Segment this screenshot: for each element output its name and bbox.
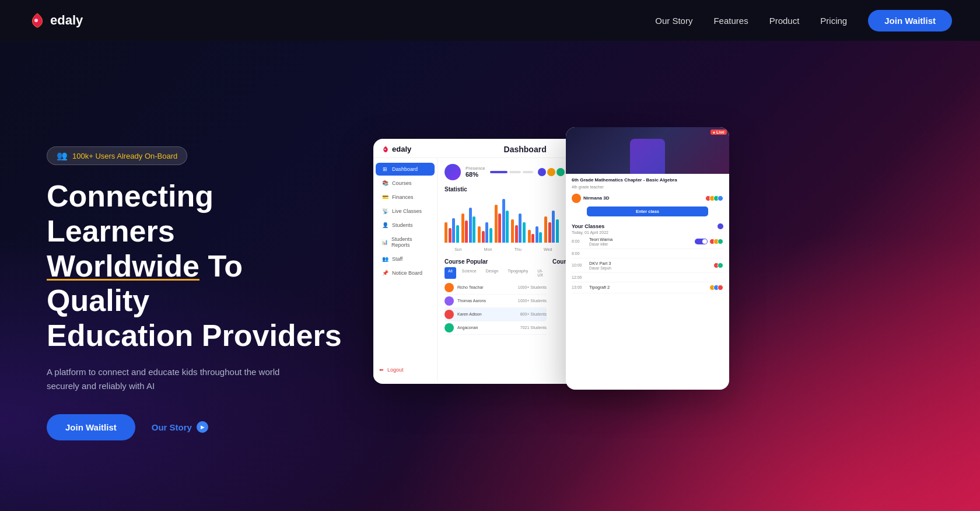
live-badge: ● Live [710, 130, 727, 135]
avatar-3 [556, 168, 565, 176]
badge-icon: 👥 [57, 150, 68, 161]
bar [519, 214, 522, 243]
your-classes-title: Your Classes [572, 223, 604, 229]
sidebar-item-students-reports[interactable]: 📊 Students Reports [376, 233, 435, 251]
presence-percent: 68% [466, 171, 485, 178]
sidebar-item-students[interactable]: 👤 Students [376, 219, 435, 232]
nav-features[interactable]: Features [713, 16, 748, 26]
hero-highlight-word: Worldwide [47, 249, 200, 283]
class-info: Tipografi 2 [589, 285, 708, 290]
sidebar-item-dashboard[interactable]: ⊞ Dashboard [376, 163, 435, 176]
hero-title: Connecting Learners Worldwide To Quality… [47, 179, 350, 354]
dashboard-sidebar: ⊞ Dashboard 📚 Courses 💳 Finances 📡 [373, 158, 438, 381]
presence-chart [444, 164, 461, 180]
class-time: 12:00 [572, 275, 586, 279]
bar [502, 199, 505, 243]
navbar: edaly Our Story Features Product Pricing… [0, 0, 980, 41]
your-classes-date: Today, 01 April 2022 [572, 230, 723, 235]
list-item: Karen Adison 800+ Students [444, 308, 547, 321]
join-waitlist-nav-button[interactable]: Join Waitlist [868, 10, 952, 32]
logo[interactable]: edaly [28, 11, 83, 30]
class-name: Teori Warna [589, 237, 691, 242]
course-name: Thomas Aarons [457, 299, 514, 303]
bar [495, 205, 498, 243]
hero-left: 👥 100k+ Users Already On-Board Connectin… [47, 111, 350, 440]
your-classes-section: Your Classes Today, 01 April 2022 8:00 T… [566, 223, 729, 293]
list-item: Angaconan 7021 Students [444, 321, 547, 335]
class-sub: Dasar killer [589, 242, 691, 246]
class-row: 8:00 Teori Warna Dasar killer [572, 235, 723, 249]
bar [531, 234, 534, 243]
sidebar-item-staff[interactable]: 👥 Staff [376, 253, 435, 265]
presence-label: Presence [466, 166, 485, 171]
sidebar-item-finances[interactable]: 💳 Finances [376, 191, 435, 204]
bar [456, 225, 459, 243]
bar [544, 216, 547, 243]
teacher-row: Nirmana 3D [572, 194, 723, 203]
hero-subtitle: A platform to connect and educate kids t… [47, 365, 280, 393]
nav-pricing[interactable]: Pricing [820, 16, 847, 26]
reports-icon: 📊 [382, 239, 388, 245]
finances-icon: 💳 [382, 194, 388, 200]
bar [449, 228, 452, 243]
course-avatar [444, 283, 454, 292]
bar-group-2 [478, 222, 492, 243]
bar [489, 228, 492, 243]
join-waitlist-hero-button[interactable]: Join Waitlist [47, 414, 135, 440]
class-time: 10:00 [572, 263, 586, 267]
dashboard-logo: edaly [382, 145, 411, 153]
bar [506, 211, 509, 243]
svg-point-0 [34, 19, 38, 22]
bar [498, 214, 501, 243]
bar [523, 222, 526, 243]
play-icon: ▶ [197, 421, 208, 433]
class-time: 8:00 [572, 239, 586, 243]
side-card-info: 6th Grade Mathematics Chapter - Basic Al… [566, 174, 729, 223]
bar [511, 219, 514, 243]
bar [444, 222, 447, 243]
pbar-1 [490, 171, 508, 173]
class-row: 13:00 Tipografi 2 [572, 282, 723, 293]
pbar-3 [523, 171, 533, 173]
class-avatars [711, 239, 723, 244]
tab-typography[interactable]: Tipography [504, 267, 531, 279]
list-item: Thomas Aarons 1000+ Students [444, 295, 547, 308]
class-avatars [711, 285, 723, 290]
avatar-2 [547, 168, 555, 176]
bar [485, 222, 488, 243]
courses-icon: 📚 [382, 180, 388, 186]
nav-our-story[interactable]: Our Story [655, 16, 692, 26]
sidebar-item-notice-board[interactable]: 📌 Notice Board [376, 267, 435, 279]
our-story-button[interactable]: Our Story ▶ [152, 421, 208, 433]
logout-button[interactable]: ⬅ Logout [373, 363, 437, 376]
nav-product[interactable]: Product [769, 16, 800, 26]
tab-design[interactable]: Design [482, 267, 502, 279]
bar [552, 211, 555, 243]
bar [478, 226, 481, 243]
class-row: 10:00 DKV Part 3 Dasar Sepuh [572, 258, 723, 273]
lesson-thumbnail: ● Live [566, 127, 729, 174]
avatar-row [538, 168, 565, 176]
your-classes-dot [718, 223, 723, 229]
course-students: 800+ Students [520, 312, 547, 316]
sidebar-item-live-classes[interactable]: 📡 Live Classes [376, 205, 435, 218]
hero-actions: Join Waitlist Our Story ▶ [47, 414, 350, 440]
tab-science[interactable]: Science [459, 267, 480, 279]
toggle-pill[interactable] [695, 239, 708, 244]
sidebar-item-courses[interactable]: 📚 Courses [376, 177, 435, 190]
tab-uiux[interactable]: UI-UX [534, 267, 547, 279]
tab-all[interactable]: All [444, 267, 456, 279]
class-info: DKV Part 3 Dasar Sepuh [589, 261, 712, 270]
nav-links: Our Story Features Product Pricing Join … [655, 10, 952, 32]
student-avatar [718, 195, 723, 201]
class-time: 8:00 [572, 251, 586, 256]
staff-icon: 👥 [382, 256, 388, 262]
enter-class-button[interactable]: Enter class [587, 206, 708, 216]
bar [482, 231, 485, 243]
bar [539, 232, 542, 243]
class-sub: Dasar Sepuh [589, 266, 712, 270]
bar [515, 225, 518, 243]
bar-group-5 [528, 226, 542, 243]
pbar-2 [509, 171, 521, 173]
bar [461, 214, 464, 243]
